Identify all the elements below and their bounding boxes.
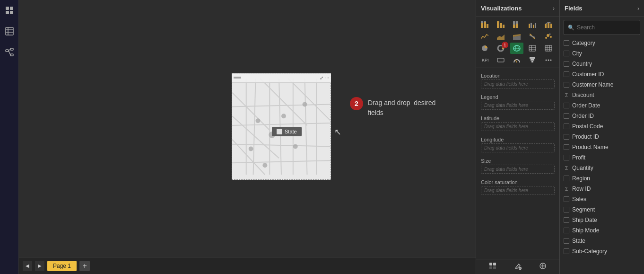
field-item-country[interactable]: Country (560, 59, 644, 69)
viz-clustered-icon[interactable] (526, 19, 539, 30)
svg-rect-87 (489, 263, 492, 265)
field-label-sub-category: Sub-Category (572, 248, 607, 255)
paint-icon[interactable] (513, 261, 523, 273)
viz-area-icon[interactable] (494, 31, 507, 42)
svg-rect-49 (529, 24, 530, 28)
field-item-ship-mode[interactable]: Ship Mode (560, 225, 644, 236)
viz-location-drop[interactable]: Drag data fields here (481, 80, 555, 88)
field-item-quantity[interactable]: ΣQuantity (560, 163, 644, 173)
field-checkbox-profit (564, 155, 569, 160)
field-item-product-id[interactable]: Product ID (560, 132, 644, 142)
svg-rect-50 (531, 23, 532, 28)
main-canvas: ⤢ ··· (19, 0, 476, 274)
viz-color-drop[interactable]: Drag data fields here (481, 186, 555, 195)
field-label-order-date: Order Date (572, 102, 600, 109)
field-item-sub-category[interactable]: Sub-Category (560, 246, 644, 256)
viz-map-icon[interactable] (510, 43, 523, 54)
viz-stacked-area-icon[interactable] (510, 31, 523, 42)
field-item-postal-code[interactable]: Postal Code (560, 121, 644, 132)
svg-rect-48 (516, 21, 518, 24)
field-item-state[interactable]: State (560, 236, 644, 246)
field-item-category[interactable]: Category (560, 38, 644, 48)
field-item-order-id[interactable]: Order ID (560, 111, 644, 121)
page-next-button[interactable]: ▶ (35, 261, 44, 271)
state-field-badge[interactable]: State (272, 127, 302, 136)
map-toolbar-lines (234, 77, 241, 79)
field-item-region[interactable]: Region (560, 173, 644, 184)
viz-longitude-drop[interactable]: Drag data fields here (481, 143, 555, 152)
viz-funnel-icon[interactable] (526, 54, 539, 66)
table-view-icon[interactable] (3, 25, 16, 38)
field-item-segment[interactable]: Segment (560, 204, 644, 215)
viz-pie-icon[interactable] (478, 43, 491, 54)
analytics-icon[interactable] (538, 261, 548, 273)
field-item-row-id[interactable]: ΣRow ID (560, 184, 644, 194)
viz-scatter-icon[interactable] (542, 31, 555, 42)
svg-point-30 (256, 118, 261, 123)
donut-badge: 1 (502, 42, 508, 48)
field-item-profit[interactable]: Profit (560, 152, 644, 163)
viz-line-bar-icon[interactable] (542, 19, 555, 30)
svg-point-36 (293, 144, 298, 149)
field-item-discount[interactable]: ΣDiscount (560, 90, 644, 100)
viz-donut-icon[interactable]: 1 (494, 43, 507, 54)
viz-card-icon[interactable] (494, 54, 507, 66)
viz-table-icon[interactable] (526, 43, 539, 54)
viz-latitude-drop[interactable]: Drag data fields here (481, 122, 555, 131)
svg-rect-4 (6, 27, 13, 35)
field-checkbox-city (564, 51, 569, 56)
viz-legend-drop[interactable]: Drag data fields here (481, 101, 555, 110)
viz-legend-section: Legend Drag data fields here (476, 92, 559, 114)
visualizations-panel: Visualizations › (476, 0, 560, 274)
report-view-icon[interactable] (3, 4, 16, 17)
viz-panel-expand[interactable]: › (553, 5, 555, 12)
viz-ribbon-icon[interactable] (526, 31, 539, 42)
field-label-row-id: Row ID (572, 186, 591, 192)
field-item-order-date[interactable]: Order Date (560, 100, 644, 111)
step-2-callout: 2 Drag and drop desiredfields (350, 97, 435, 118)
field-checkbox-sales (564, 196, 569, 202)
fields-panel-expand[interactable]: › (637, 5, 639, 12)
svg-rect-41 (484, 21, 486, 22)
model-view-icon[interactable] (3, 45, 16, 59)
svg-rect-1 (10, 7, 13, 10)
page-prev-button[interactable]: ◀ (23, 261, 32, 271)
field-label-customer-name: Customer Name (572, 81, 613, 88)
viz-bar-icon[interactable] (494, 19, 507, 30)
format-icon[interactable] (487, 261, 498, 273)
add-page-button[interactable]: + (79, 261, 90, 271)
svg-rect-44 (503, 25, 505, 28)
viz-stacked-bar-icon[interactable] (478, 19, 491, 30)
viz-properties: Location Drag data fields here Legend Dr… (476, 68, 559, 259)
field-item-ship-date[interactable]: Ship Date (560, 215, 644, 225)
svg-point-65 (499, 47, 502, 50)
field-item-sales[interactable]: Sales (560, 194, 644, 204)
viz-gauge-icon[interactable] (510, 54, 523, 66)
page-1-tab[interactable]: Page 1 (47, 261, 77, 271)
field-item-customer-id[interactable]: Customer ID (560, 69, 644, 80)
fields-search-input[interactable] (577, 24, 644, 31)
field-checkbox-ship-date (564, 217, 569, 223)
fields-panel-header: Fields › (560, 0, 644, 17)
svg-point-59 (545, 37, 547, 39)
field-label-quantity: Quantity (572, 165, 593, 171)
viz-latitude-section: Latitude Drag data fields here (476, 114, 559, 135)
state-field-icon (277, 129, 282, 134)
viz-size-drop[interactable]: Drag data fields here (481, 165, 555, 174)
viz-line-icon[interactable] (478, 31, 491, 42)
map-more-icon[interactable]: ··· (325, 75, 329, 80)
field-item-city[interactable]: City (560, 48, 644, 59)
svg-point-84 (546, 60, 547, 61)
viz-more-icon[interactable] (542, 54, 555, 66)
field-item-customer-name[interactable]: Customer Name (560, 80, 644, 90)
viz-kpi-icon[interactable]: KPI (478, 54, 491, 66)
map-expand-icon[interactable]: ⤢ (320, 75, 323, 80)
viz-matrix-icon[interactable] (542, 43, 555, 54)
viz-100bar-icon[interactable] (510, 19, 523, 30)
svg-text:KPI: KPI (482, 58, 488, 62)
field-item-product-name[interactable]: Product Name (560, 142, 644, 152)
fields-search-box: 🔍 (564, 20, 640, 35)
svg-marker-56 (497, 35, 505, 40)
svg-rect-10 (10, 54, 13, 56)
svg-point-35 (262, 163, 267, 168)
